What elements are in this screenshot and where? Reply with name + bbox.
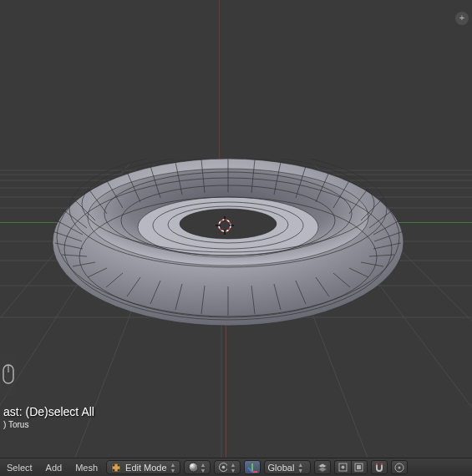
svg-rect-56 [381, 463, 383, 465]
layers-icon [317, 462, 328, 473]
orientation-label: Global [268, 463, 295, 473]
snap-target[interactable] [391, 460, 408, 474]
edit-mode-icon [110, 462, 122, 473]
svg-point-20 [180, 209, 277, 239]
svg-point-40 [118, 463, 120, 466]
manipulator-toggle[interactable] [244, 460, 261, 474]
svg-point-39 [113, 463, 115, 466]
svg-point-41 [113, 468, 115, 471]
menu-mesh[interactable]: Mesh [70, 461, 103, 474]
updown-icon: ▲▼ [170, 462, 176, 473]
svg-point-43 [189, 463, 197, 472]
orientation-selector[interactable]: Global ▲▼ [264, 460, 311, 474]
mode-label: Edit Mode [125, 463, 167, 473]
proportional-edit-group [334, 460, 368, 474]
layers-button[interactable] [314, 460, 331, 474]
svg-point-42 [118, 468, 120, 471]
updown-icon: ▲▼ [231, 462, 236, 473]
active-object-label: ) Torus [3, 420, 94, 429]
properties-panel-toggle[interactable]: + [455, 12, 469, 25]
svg-point-45 [221, 466, 225, 469]
svg-marker-50 [318, 467, 327, 472]
axes-icon [246, 462, 258, 473]
info-overlay: ast: (De)select All ) Torus [0, 398, 99, 434]
svg-point-58 [398, 466, 400, 468]
proportional-edit-off[interactable] [334, 460, 351, 474]
svg-rect-54 [357, 465, 361, 469]
shading-selector[interactable]: ▲▼ [184, 460, 211, 474]
pe-all-icon [353, 462, 364, 473]
ndof-hint [0, 354, 17, 396]
updown-icon: ▲▼ [200, 462, 206, 473]
viewport-3d[interactable]: + ast: (De)select All ) Torus [0, 0, 472, 458]
mouse-icon [3, 364, 14, 386]
mesh-torus[interactable] [48, 159, 408, 342]
pivot-icon [218, 462, 227, 473]
menu-select[interactable]: Select [2, 461, 38, 474]
snap-toggle[interactable] [371, 460, 388, 474]
updown-icon: ▲▼ [297, 462, 303, 473]
menu-add[interactable]: Add [41, 461, 68, 474]
svg-rect-55 [376, 463, 378, 465]
pivot-selector[interactable]: ▲▼ [214, 460, 241, 474]
sphere-icon [188, 462, 197, 473]
pe-hidden-icon [338, 462, 348, 473]
plus-icon: + [459, 13, 464, 23]
mode-selector[interactable]: Edit Mode ▲▼ [106, 460, 180, 474]
proportional-edit-all[interactable] [351, 460, 368, 474]
svg-point-52 [341, 466, 344, 469]
last-operator-label: ast: (De)select All [3, 405, 94, 418]
snap-target-icon [393, 462, 405, 473]
axis-y-far [219, 0, 220, 167]
viewport-header: Select Add Mesh Edit Mode ▲▼ ▲▼ ▲▼ [0, 458, 472, 476]
magnet-icon [373, 462, 385, 473]
